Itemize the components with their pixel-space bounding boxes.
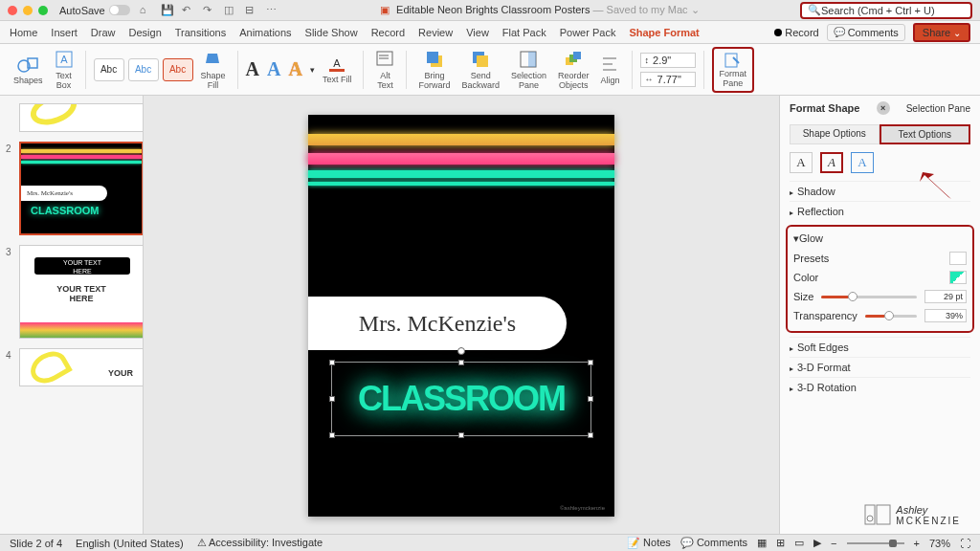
send-backward[interactable]: Send Backward <box>457 50 503 90</box>
sendback-icon <box>471 50 490 69</box>
glow-size-value[interactable]: 29 pt <box>924 290 967 303</box>
more-icon[interactable]: ⋯ <box>266 4 279 17</box>
svg-rect-23 <box>877 505 890 524</box>
view-reading-icon[interactable]: ▭ <box>794 537 804 549</box>
size-inputs: ↕ 2.9" ↔ 7.77" <box>640 53 696 87</box>
tab-insert[interactable]: Insert <box>51 27 78 38</box>
tab-view[interactable]: View <box>466 27 489 38</box>
accessibility[interactable]: ⚠ Accessibility: Investigate <box>197 537 323 549</box>
zoom-level[interactable]: 73% <box>929 538 950 549</box>
style-2[interactable]: Abc <box>128 58 159 81</box>
save-icon[interactable]: 💾 <box>161 4 174 17</box>
thumb-3[interactable]: 3 YOUR TEXT HERE YOUR TEXTHERE <box>8 245 135 339</box>
format-pane-button[interactable]: Format Pane <box>712 47 755 93</box>
tab-home[interactable]: Home <box>10 27 37 38</box>
shapes-group[interactable]: Shapes <box>10 55 47 85</box>
statusbar: Slide 2 of 4 English (United States) ⚠ A… <box>0 534 980 551</box>
style-3[interactable]: Abc <box>163 58 193 81</box>
wordart-styles[interactable]: A A A ▾ <box>246 58 315 80</box>
shape-styles[interactable]: Abc Abc Abc <box>94 58 193 81</box>
slide-counter[interactable]: Slide 2 of 4 <box>10 538 62 549</box>
svg-rect-12 <box>477 55 488 67</box>
teacher-name-label[interactable]: Mrs. McKenzie's <box>308 297 567 350</box>
view-sorter-icon[interactable]: ⊞ <box>776 537 785 549</box>
text-box-tab[interactable]: A <box>851 152 874 173</box>
language[interactable]: English (United States) <box>76 538 184 549</box>
zoom-in[interactable]: + <box>914 538 920 549</box>
comments-button[interactable]: 💬 Comments <box>827 24 905 41</box>
reorder-objects[interactable]: Reorder Objects <box>554 50 593 90</box>
wordart-1[interactable]: A <box>246 58 259 80</box>
formatpane-icon <box>724 52 743 69</box>
reflection-section[interactable]: ▸Reflection <box>790 201 970 221</box>
svg-text:A: A <box>334 57 342 69</box>
width-input[interactable]: ↔ 7.77" <box>640 72 696 87</box>
text-effects-tab[interactable]: A <box>820 152 843 173</box>
selection-pane[interactable]: Selection Pane <box>507 50 550 90</box>
wordart-3[interactable]: A <box>288 58 301 80</box>
comments-toggle[interactable]: 💬 Comments <box>680 537 747 549</box>
record-button[interactable]: Record <box>774 27 818 38</box>
height-input[interactable]: ↕ 2.9" <box>640 53 696 68</box>
shape-options-tab[interactable]: Shape Options <box>790 124 880 144</box>
rotation3d-section[interactable]: ▸3-D Rotation <box>790 377 970 397</box>
shape-fill[interactable]: Shape Fill <box>197 50 230 90</box>
tab-design[interactable]: Design <box>129 27 162 38</box>
fit-to-window-icon[interactable]: ⛶ <box>960 538 970 549</box>
align[interactable]: Align <box>597 55 624 85</box>
selection-pane-tab[interactable]: Selection Pane <box>906 103 970 114</box>
tab-transitions[interactable]: Transitions <box>175 27 226 38</box>
tab-flatpack[interactable]: Flat Pack <box>502 27 546 38</box>
redo-icon[interactable]: ↷ <box>203 4 216 17</box>
color-label: Color <box>793 272 818 283</box>
tab-review[interactable]: Review <box>418 27 453 38</box>
softedges-section[interactable]: ▸Soft Edges <box>790 337 970 357</box>
search-input[interactable]: 🔍 Search (Cmd + Ctrl + U) <box>800 2 972 19</box>
text-fill-tab[interactable]: A <box>790 152 813 173</box>
glow-header[interactable]: ▾Glow <box>793 232 967 245</box>
view-normal-icon[interactable]: ▦ <box>757 537 767 549</box>
tab-shapeformat[interactable]: Shape Format <box>629 27 699 38</box>
alttext-icon <box>375 50 394 69</box>
wordart-2[interactable]: A <box>267 58 280 80</box>
close-panel-icon[interactable]: × <box>877 101 890 115</box>
share-button[interactable]: Share ⌄ <box>913 23 970 42</box>
zoom-slider[interactable] <box>847 542 904 544</box>
style-1[interactable]: Abc <box>94 58 124 81</box>
glow-color-picker[interactable] <box>949 271 967 284</box>
tab-powerpack[interactable]: Power Pack <box>560 27 616 38</box>
canvas[interactable]: Mrs. McKenzie's CLASSROOM ©ashleymckenzi… <box>144 96 779 534</box>
home-icon[interactable]: ⌂ <box>140 4 153 17</box>
textbox-group[interactable]: A Text Box <box>51 50 78 90</box>
layers-icon[interactable]: ◫ <box>224 4 237 17</box>
thumb-2[interactable]: 2 Mrs. McKenzie's CLASSROOM <box>8 142 135 235</box>
thumb-4[interactable]: 4 YOUR <box>8 348 135 386</box>
autosave-toggle[interactable]: AutoSave <box>59 5 130 16</box>
close-window[interactable] <box>8 6 17 15</box>
glow-transparency-value[interactable]: 39% <box>924 309 967 322</box>
reorder-icon <box>564 50 583 69</box>
bring-forward[interactable]: Bring Forward <box>414 50 454 90</box>
text-fill[interactable]: A Text Fill <box>319 55 356 84</box>
alt-text[interactable]: Alt Text <box>371 50 398 90</box>
tab-draw[interactable]: Draw <box>91 27 116 38</box>
view-slideshow-icon[interactable]: ▶ <box>813 537 821 549</box>
classroom-textbox-selected[interactable]: CLASSROOM <box>331 362 591 436</box>
bucket-icon <box>204 50 223 69</box>
rotate-handle[interactable] <box>457 347 465 355</box>
format3d-section[interactable]: ▸3-D Format <box>790 357 970 377</box>
tab-slideshow[interactable]: Slide Show <box>305 27 358 38</box>
glow-transparency-slider[interactable] <box>865 315 917 318</box>
glow-size-slider[interactable] <box>821 296 917 298</box>
reorder-icon[interactable]: ⊟ <box>245 4 258 17</box>
maximize-window[interactable] <box>38 6 48 15</box>
tab-record[interactable]: Record <box>371 27 405 38</box>
thumb-1-partial[interactable] <box>8 103 135 132</box>
notes-toggle[interactable]: 📝 Notes <box>627 537 671 549</box>
zoom-out[interactable]: − <box>831 538 836 549</box>
undo-icon[interactable]: ↶ <box>182 4 195 17</box>
text-options-tab[interactable]: Text Options <box>880 124 971 144</box>
tab-animations[interactable]: Animations <box>239 27 291 38</box>
presets-picker[interactable] <box>949 252 967 265</box>
minimize-window[interactable] <box>23 6 33 15</box>
